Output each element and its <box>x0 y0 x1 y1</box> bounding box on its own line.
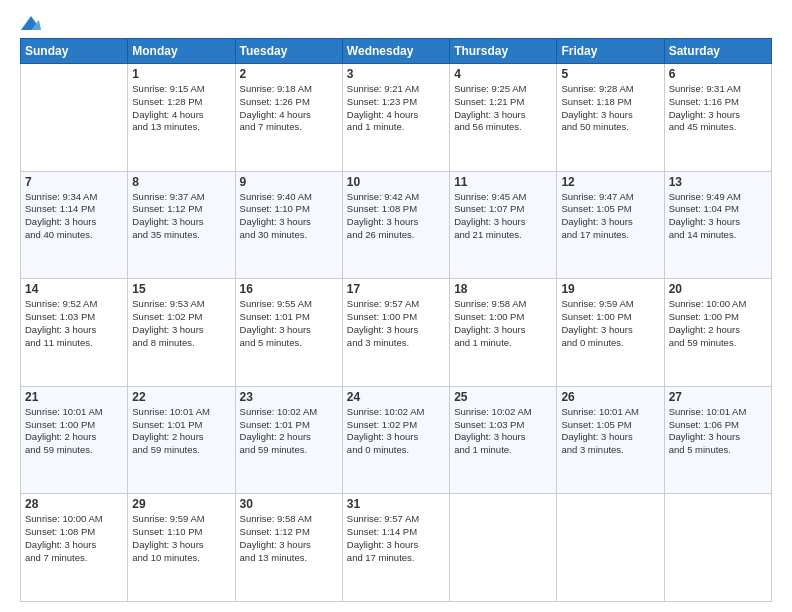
day-number: 30 <box>240 497 338 511</box>
day-number: 14 <box>25 282 123 296</box>
day-number: 10 <box>347 175 445 189</box>
day-cell: 5Sunrise: 9:28 AM Sunset: 1:18 PM Daylig… <box>557 64 664 172</box>
day-cell: 8Sunrise: 9:37 AM Sunset: 1:12 PM Daylig… <box>128 171 235 279</box>
day-info: Sunrise: 9:18 AM Sunset: 1:26 PM Dayligh… <box>240 83 338 134</box>
day-number: 5 <box>561 67 659 81</box>
day-number: 29 <box>132 497 230 511</box>
day-cell: 15Sunrise: 9:53 AM Sunset: 1:02 PM Dayli… <box>128 279 235 387</box>
day-number: 16 <box>240 282 338 296</box>
day-cell: 17Sunrise: 9:57 AM Sunset: 1:00 PM Dayli… <box>342 279 449 387</box>
day-number: 6 <box>669 67 767 81</box>
day-number: 11 <box>454 175 552 189</box>
header-row: SundayMondayTuesdayWednesdayThursdayFrid… <box>21 39 772 64</box>
day-info: Sunrise: 9:58 AM Sunset: 1:00 PM Dayligh… <box>454 298 552 349</box>
day-info: Sunrise: 9:52 AM Sunset: 1:03 PM Dayligh… <box>25 298 123 349</box>
day-info: Sunrise: 9:45 AM Sunset: 1:07 PM Dayligh… <box>454 191 552 242</box>
week-row-4: 21Sunrise: 10:01 AM Sunset: 1:00 PM Dayl… <box>21 386 772 494</box>
day-number: 27 <box>669 390 767 404</box>
day-info: Sunrise: 9:53 AM Sunset: 1:02 PM Dayligh… <box>132 298 230 349</box>
day-cell: 27Sunrise: 10:01 AM Sunset: 1:06 PM Dayl… <box>664 386 771 494</box>
day-info: Sunrise: 9:34 AM Sunset: 1:14 PM Dayligh… <box>25 191 123 242</box>
day-number: 7 <box>25 175 123 189</box>
day-number: 25 <box>454 390 552 404</box>
day-number: 15 <box>132 282 230 296</box>
day-number: 8 <box>132 175 230 189</box>
day-info: Sunrise: 9:28 AM Sunset: 1:18 PM Dayligh… <box>561 83 659 134</box>
day-cell: 3Sunrise: 9:21 AM Sunset: 1:23 PM Daylig… <box>342 64 449 172</box>
day-cell: 28Sunrise: 10:00 AM Sunset: 1:08 PM Dayl… <box>21 494 128 602</box>
day-number: 12 <box>561 175 659 189</box>
col-header-tuesday: Tuesday <box>235 39 342 64</box>
day-cell: 18Sunrise: 9:58 AM Sunset: 1:00 PM Dayli… <box>450 279 557 387</box>
day-cell <box>557 494 664 602</box>
day-cell: 31Sunrise: 9:57 AM Sunset: 1:14 PM Dayli… <box>342 494 449 602</box>
day-info: Sunrise: 9:57 AM Sunset: 1:14 PM Dayligh… <box>347 513 445 564</box>
day-number: 31 <box>347 497 445 511</box>
week-row-3: 14Sunrise: 9:52 AM Sunset: 1:03 PM Dayli… <box>21 279 772 387</box>
col-header-thursday: Thursday <box>450 39 557 64</box>
logo-icon <box>21 16 41 32</box>
day-cell <box>450 494 557 602</box>
day-cell: 6Sunrise: 9:31 AM Sunset: 1:16 PM Daylig… <box>664 64 771 172</box>
day-info: Sunrise: 10:01 AM Sunset: 1:00 PM Daylig… <box>25 406 123 457</box>
day-cell: 25Sunrise: 10:02 AM Sunset: 1:03 PM Dayl… <box>450 386 557 494</box>
day-number: 17 <box>347 282 445 296</box>
day-info: Sunrise: 9:21 AM Sunset: 1:23 PM Dayligh… <box>347 83 445 134</box>
col-header-saturday: Saturday <box>664 39 771 64</box>
day-cell: 1Sunrise: 9:15 AM Sunset: 1:28 PM Daylig… <box>128 64 235 172</box>
day-info: Sunrise: 10:02 AM Sunset: 1:01 PM Daylig… <box>240 406 338 457</box>
day-number: 18 <box>454 282 552 296</box>
day-cell <box>664 494 771 602</box>
col-header-sunday: Sunday <box>21 39 128 64</box>
day-number: 22 <box>132 390 230 404</box>
day-cell: 30Sunrise: 9:58 AM Sunset: 1:12 PM Dayli… <box>235 494 342 602</box>
day-cell: 26Sunrise: 10:01 AM Sunset: 1:05 PM Dayl… <box>557 386 664 494</box>
day-info: Sunrise: 9:37 AM Sunset: 1:12 PM Dayligh… <box>132 191 230 242</box>
week-row-2: 7Sunrise: 9:34 AM Sunset: 1:14 PM Daylig… <box>21 171 772 279</box>
day-info: Sunrise: 9:55 AM Sunset: 1:01 PM Dayligh… <box>240 298 338 349</box>
day-cell: 9Sunrise: 9:40 AM Sunset: 1:10 PM Daylig… <box>235 171 342 279</box>
day-cell: 10Sunrise: 9:42 AM Sunset: 1:08 PM Dayli… <box>342 171 449 279</box>
day-info: Sunrise: 10:00 AM Sunset: 1:00 PM Daylig… <box>669 298 767 349</box>
day-info: Sunrise: 10:01 AM Sunset: 1:06 PM Daylig… <box>669 406 767 457</box>
day-info: Sunrise: 9:59 AM Sunset: 1:10 PM Dayligh… <box>132 513 230 564</box>
day-cell: 4Sunrise: 9:25 AM Sunset: 1:21 PM Daylig… <box>450 64 557 172</box>
logo <box>20 16 42 28</box>
day-cell: 22Sunrise: 10:01 AM Sunset: 1:01 PM Dayl… <box>128 386 235 494</box>
day-info: Sunrise: 10:01 AM Sunset: 1:01 PM Daylig… <box>132 406 230 457</box>
day-cell: 7Sunrise: 9:34 AM Sunset: 1:14 PM Daylig… <box>21 171 128 279</box>
header <box>20 16 772 28</box>
week-row-5: 28Sunrise: 10:00 AM Sunset: 1:08 PM Dayl… <box>21 494 772 602</box>
day-number: 4 <box>454 67 552 81</box>
day-number: 20 <box>669 282 767 296</box>
day-cell: 21Sunrise: 10:01 AM Sunset: 1:00 PM Dayl… <box>21 386 128 494</box>
day-info: Sunrise: 10:02 AM Sunset: 1:02 PM Daylig… <box>347 406 445 457</box>
day-cell: 12Sunrise: 9:47 AM Sunset: 1:05 PM Dayli… <box>557 171 664 279</box>
day-number: 9 <box>240 175 338 189</box>
calendar-table: SundayMondayTuesdayWednesdayThursdayFrid… <box>20 38 772 602</box>
day-cell: 16Sunrise: 9:55 AM Sunset: 1:01 PM Dayli… <box>235 279 342 387</box>
day-info: Sunrise: 9:58 AM Sunset: 1:12 PM Dayligh… <box>240 513 338 564</box>
page: SundayMondayTuesdayWednesdayThursdayFrid… <box>0 0 792 612</box>
day-info: Sunrise: 9:57 AM Sunset: 1:00 PM Dayligh… <box>347 298 445 349</box>
day-cell: 2Sunrise: 9:18 AM Sunset: 1:26 PM Daylig… <box>235 64 342 172</box>
day-info: Sunrise: 9:40 AM Sunset: 1:10 PM Dayligh… <box>240 191 338 242</box>
day-number: 2 <box>240 67 338 81</box>
day-info: Sunrise: 9:15 AM Sunset: 1:28 PM Dayligh… <box>132 83 230 134</box>
day-cell: 24Sunrise: 10:02 AM Sunset: 1:02 PM Dayl… <box>342 386 449 494</box>
day-cell <box>21 64 128 172</box>
day-info: Sunrise: 9:49 AM Sunset: 1:04 PM Dayligh… <box>669 191 767 242</box>
day-number: 24 <box>347 390 445 404</box>
day-info: Sunrise: 9:25 AM Sunset: 1:21 PM Dayligh… <box>454 83 552 134</box>
day-cell: 14Sunrise: 9:52 AM Sunset: 1:03 PM Dayli… <box>21 279 128 387</box>
day-info: Sunrise: 10:02 AM Sunset: 1:03 PM Daylig… <box>454 406 552 457</box>
day-number: 28 <box>25 497 123 511</box>
day-number: 23 <box>240 390 338 404</box>
day-cell: 19Sunrise: 9:59 AM Sunset: 1:00 PM Dayli… <box>557 279 664 387</box>
day-number: 3 <box>347 67 445 81</box>
day-cell: 20Sunrise: 10:00 AM Sunset: 1:00 PM Dayl… <box>664 279 771 387</box>
col-header-friday: Friday <box>557 39 664 64</box>
day-number: 19 <box>561 282 659 296</box>
day-info: Sunrise: 10:01 AM Sunset: 1:05 PM Daylig… <box>561 406 659 457</box>
week-row-1: 1Sunrise: 9:15 AM Sunset: 1:28 PM Daylig… <box>21 64 772 172</box>
